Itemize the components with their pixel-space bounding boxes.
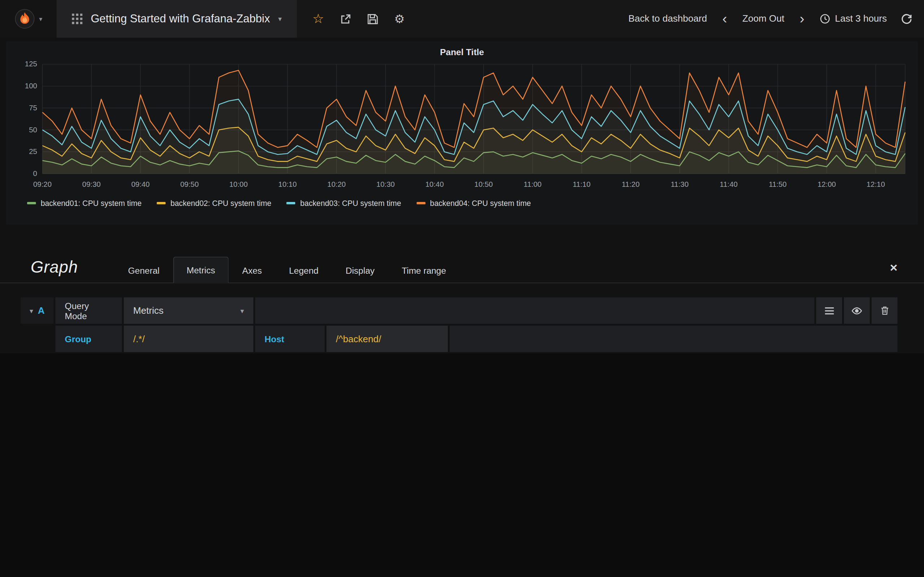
svg-text:10:00: 10:00: [229, 180, 247, 188]
time-shift-left-icon[interactable]: ‹: [721, 13, 729, 24]
clock-icon: [820, 14, 830, 24]
tab-legend[interactable]: Legend: [275, 257, 332, 283]
dashboard-caret-icon: ▾: [278, 15, 282, 23]
query-mode-select[interactable]: Metrics ▾: [124, 297, 254, 324]
panel-title[interactable]: Panel Title: [6, 41, 918, 57]
group-input[interactable]: /.*/: [124, 326, 254, 352]
host-label: Host: [255, 326, 325, 352]
query-collapse-toggle[interactable]: ▾ A: [21, 297, 53, 324]
panel-editor-header: Graph General Metrics Axes Legend Displa…: [0, 248, 924, 283]
svg-text:10:40: 10:40: [425, 180, 444, 188]
legend-swatch: [27, 202, 36, 205]
svg-text:10:50: 10:50: [474, 180, 493, 188]
svg-text:12:00: 12:00: [817, 180, 836, 188]
svg-text:10:30: 10:30: [376, 180, 395, 188]
legend-label: backend03: CPU system time: [300, 199, 401, 207]
settings-gear-icon[interactable]: ⚙: [394, 13, 405, 25]
dashboard-grid-icon: [72, 14, 82, 24]
navbar-right: Back to dashboard ‹ Zoom Out › Last 3 ho…: [628, 13, 912, 24]
legend-item[interactable]: backend01: CPU system time: [27, 199, 142, 207]
svg-text:100: 100: [25, 82, 37, 90]
svg-text:11:10: 11:10: [573, 180, 591, 188]
close-editor-icon[interactable]: ×: [890, 260, 898, 283]
query-menu-button[interactable]: [816, 297, 842, 324]
svg-text:11:20: 11:20: [622, 180, 640, 188]
legend-label: backend02: CPU system time: [170, 199, 271, 207]
tab-metrics[interactable]: Metrics: [173, 257, 229, 283]
trash-icon: [880, 305, 890, 316]
svg-text:75: 75: [29, 104, 37, 112]
chart-legend: backend01: CPU system timebackend02: CPU…: [27, 196, 918, 210]
graph-panel: Panel Title 025507510012509:2009:3009:40…: [6, 41, 918, 225]
navbar: ▾ Getting Started with Grafana-Zabbix ▾ …: [0, 0, 924, 37]
svg-text:09:20: 09:20: [33, 180, 52, 188]
query-mode-caret-icon: ▾: [241, 306, 244, 315]
collapse-caret-icon: ▾: [30, 306, 33, 315]
svg-text:125: 125: [25, 60, 37, 68]
legend-item[interactable]: backend02: CPU system time: [157, 199, 271, 207]
group-label: Group: [55, 326, 122, 352]
share-icon[interactable]: [340, 13, 351, 24]
host-input[interactable]: /^backend/: [326, 326, 447, 352]
query-mode-value: Metrics: [133, 305, 163, 316]
query-row-filler: [450, 326, 898, 352]
legend-item[interactable]: backend04: CPU system time: [417, 199, 531, 207]
logo-caret-icon: ▾: [39, 15, 42, 23]
svg-text:12:10: 12:10: [867, 180, 885, 188]
svg-text:11:50: 11:50: [769, 180, 787, 188]
svg-text:10:20: 10:20: [327, 180, 346, 188]
save-icon[interactable]: [367, 13, 378, 24]
query-letter: A: [38, 305, 45, 316]
svg-text:11:30: 11:30: [670, 180, 689, 188]
query-row-group-host: Group /.*/ Host /^backend/: [21, 326, 897, 352]
svg-text:10:10: 10:10: [278, 180, 297, 188]
time-shift-right-icon[interactable]: ›: [798, 13, 806, 24]
legend-swatch: [287, 202, 295, 205]
tab-display[interactable]: Display: [332, 257, 388, 283]
legend-swatch: [157, 202, 166, 205]
tab-time-range[interactable]: Time range: [388, 257, 459, 283]
zoom-out-button[interactable]: Zoom Out: [743, 14, 784, 24]
dashboard-title: Getting Started with Grafana-Zabbix: [90, 12, 270, 25]
grafana-app: ▾ Getting Started with Grafana-Zabbix ▾ …: [0, 0, 924, 353]
svg-text:09:30: 09:30: [82, 180, 101, 188]
query-row-filler: [255, 297, 814, 324]
eye-icon: [851, 305, 862, 316]
query-mode-label: Query Mode: [55, 297, 122, 324]
grafana-logo-button[interactable]: ▾: [0, 0, 57, 37]
svg-text:11:40: 11:40: [720, 180, 738, 188]
query-editor: ▾ A Query Mode Metrics ▾: [21, 297, 897, 353]
menu-icon: [825, 307, 834, 314]
grafana-logo-icon: [15, 8, 36, 29]
legend-label: backend01: CPU system time: [41, 199, 142, 207]
svg-text:25: 25: [29, 148, 37, 155]
editor-tabs: General Metrics Axes Legend Display Time…: [115, 257, 459, 283]
svg-text:0: 0: [33, 169, 37, 177]
query-row-mode: ▾ A Query Mode Metrics ▾: [21, 297, 897, 324]
refresh-icon[interactable]: [901, 13, 912, 24]
legend-label: backend04: CPU system time: [430, 199, 531, 207]
query-delete-button[interactable]: [872, 297, 898, 324]
tab-general[interactable]: General: [115, 257, 173, 283]
svg-text:09:40: 09:40: [131, 180, 150, 188]
svg-text:09:50: 09:50: [180, 180, 199, 188]
navbar-actions: ☆ ⚙: [313, 12, 405, 25]
star-icon[interactable]: ☆: [313, 12, 324, 25]
panel-type-title: Graph: [31, 258, 78, 283]
svg-text:50: 50: [29, 126, 37, 134]
tab-axes[interactable]: Axes: [229, 257, 276, 283]
legend-item[interactable]: backend03: CPU system time: [287, 199, 401, 207]
back-to-dashboard-button[interactable]: Back to dashboard: [628, 14, 707, 24]
legend-swatch: [417, 202, 425, 205]
time-range-picker[interactable]: Last 3 hours: [820, 14, 887, 24]
svg-text:11:00: 11:00: [524, 180, 542, 188]
query-toggle-visibility-button[interactable]: [844, 297, 870, 324]
dashboard-title-dropdown[interactable]: Getting Started with Grafana-Zabbix ▾: [57, 0, 297, 37]
time-range-label: Last 3 hours: [835, 14, 887, 24]
cpu-chart[interactable]: 025507510012509:2009:3009:4009:5010:0010…: [14, 58, 910, 196]
